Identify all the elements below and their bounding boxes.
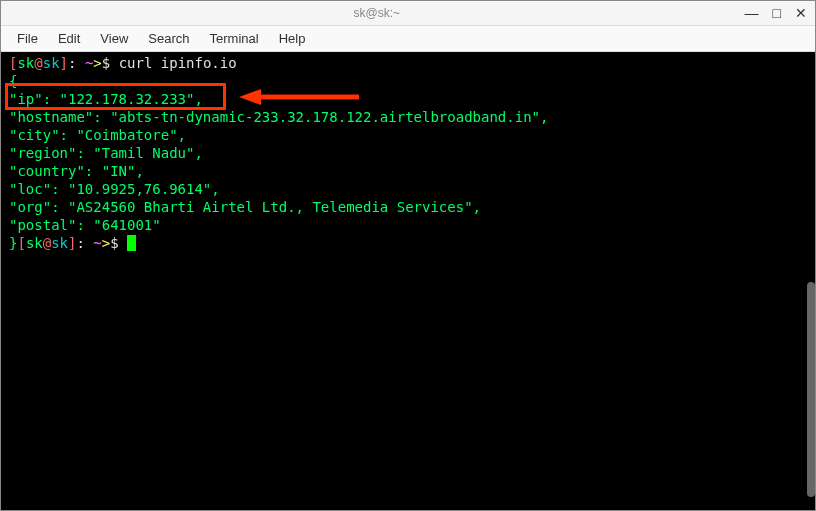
menu-search[interactable]: Search bbox=[140, 29, 197, 48]
scrollbar-thumb[interactable] bbox=[807, 282, 815, 497]
menu-edit[interactable]: Edit bbox=[50, 29, 88, 48]
maximize-button[interactable]: □ bbox=[773, 6, 781, 20]
json-region: "region": "Tamil Nadu", bbox=[9, 144, 811, 162]
json-loc: "loc": "10.9925,76.9614", bbox=[9, 180, 811, 198]
json-city: "city": "Coimbatore", bbox=[9, 126, 811, 144]
window-titlebar: sk@sk:~ — □ ✕ bbox=[1, 1, 815, 26]
command-text: curl ipinfo.io bbox=[119, 55, 237, 71]
menu-help[interactable]: Help bbox=[271, 29, 314, 48]
close-button[interactable]: ✕ bbox=[795, 6, 807, 20]
window-title: sk@sk:~ bbox=[9, 6, 745, 20]
json-postal: "postal": "641001" bbox=[9, 216, 811, 234]
menu-view[interactable]: View bbox=[92, 29, 136, 48]
json-hostname: "hostname": "abts-tn-dynamic-233.32.178.… bbox=[9, 108, 811, 126]
terminal-line-prompt2: }[sk@sk]: ~>$ bbox=[9, 234, 811, 252]
json-ip: "ip": "122.178.32.233", bbox=[9, 90, 811, 108]
scrollbar[interactable] bbox=[807, 52, 815, 510]
menu-file[interactable]: File bbox=[9, 29, 46, 48]
json-org: "org": "AS24560 Bharti Airtel Ltd., Tele… bbox=[9, 198, 811, 216]
window-controls: — □ ✕ bbox=[745, 6, 807, 20]
menu-terminal[interactable]: Terminal bbox=[202, 29, 267, 48]
cursor-icon bbox=[127, 235, 136, 251]
terminal-line-prompt1: [sk@sk]: ~>$ curl ipinfo.io bbox=[9, 54, 811, 72]
minimize-button[interactable]: — bbox=[745, 6, 759, 20]
terminal-area[interactable]: [sk@sk]: ~>$ curl ipinfo.io { "ip": "122… bbox=[1, 52, 815, 510]
json-country: "country": "IN", bbox=[9, 162, 811, 180]
json-open: { bbox=[9, 72, 811, 90]
menu-bar: File Edit View Search Terminal Help bbox=[1, 26, 815, 52]
